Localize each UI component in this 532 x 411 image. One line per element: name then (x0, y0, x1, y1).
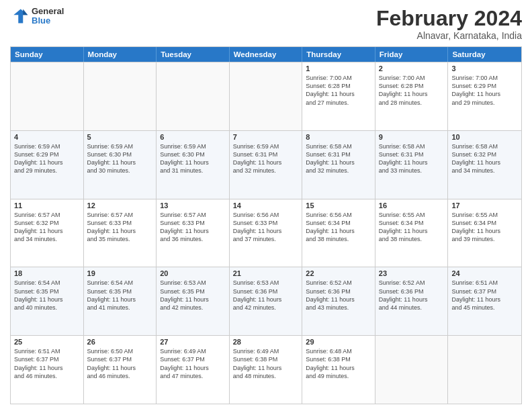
day-number: 21 (233, 269, 299, 277)
day-info: Sunrise: 6:48 AM Sunset: 6:38 PM Dayligh… (306, 347, 371, 380)
day-info: Sunrise: 6:49 AM Sunset: 6:38 PM Dayligh… (233, 347, 299, 380)
day-info: Sunrise: 6:59 AM Sunset: 6:30 PM Dayligh… (87, 142, 153, 175)
weekday-header-wednesday: Wednesday (230, 47, 303, 62)
day-number: 16 (379, 201, 445, 210)
day-info: Sunrise: 7:00 AM Sunset: 6:28 PM Dayligh… (379, 74, 445, 107)
day-info: Sunrise: 6:59 AM Sunset: 6:30 PM Dayligh… (160, 142, 226, 175)
logo-blue-label: Blue (32, 16, 64, 26)
day-cell-15: 15Sunrise: 6:56 AM Sunset: 6:34 PM Dayli… (302, 199, 375, 267)
day-number: 15 (306, 201, 371, 210)
title-area: February 2024 Alnavar, Karnataka, India (376, 7, 522, 41)
day-cell-23: 23Sunrise: 6:52 AM Sunset: 6:36 PM Dayli… (375, 267, 449, 335)
day-cell-empty (375, 336, 449, 404)
day-number: 22 (306, 269, 371, 277)
calendar-page: General Blue February 2024 Alnavar, Karn… (0, 0, 532, 411)
day-number: 20 (160, 269, 226, 277)
weekday-header-monday: Monday (84, 47, 157, 62)
day-info: Sunrise: 6:56 AM Sunset: 6:34 PM Dayligh… (306, 211, 371, 244)
calendar-grid: SundayMondayTuesdayWednesdayThursdayFrid… (10, 46, 522, 404)
day-cell-25: 25Sunrise: 6:51 AM Sunset: 6:37 PM Dayli… (11, 336, 84, 404)
day-number: 1 (306, 64, 371, 73)
day-cell-2: 2Sunrise: 7:00 AM Sunset: 6:28 PM Daylig… (375, 62, 449, 130)
calendar-body: 1Sunrise: 7:00 AM Sunset: 6:28 PM Daylig… (11, 62, 521, 404)
day-cell-26: 26Sunrise: 6:50 AM Sunset: 6:37 PM Dayli… (84, 336, 157, 404)
day-info: Sunrise: 6:52 AM Sunset: 6:36 PM Dayligh… (306, 279, 371, 312)
day-info: Sunrise: 6:53 AM Sunset: 6:35 PM Dayligh… (160, 279, 226, 312)
day-info: Sunrise: 6:51 AM Sunset: 6:37 PM Dayligh… (451, 279, 518, 312)
day-info: Sunrise: 6:56 AM Sunset: 6:33 PM Dayligh… (233, 211, 299, 244)
day-number: 19 (87, 269, 153, 277)
day-cell-3: 3Sunrise: 7:00 AM Sunset: 6:29 PM Daylig… (448, 62, 521, 130)
day-cell-8: 8Sunrise: 6:58 AM Sunset: 6:31 PM Daylig… (302, 131, 375, 199)
day-cell-6: 6Sunrise: 6:59 AM Sunset: 6:30 PM Daylig… (157, 131, 230, 199)
day-cell-14: 14Sunrise: 6:56 AM Sunset: 6:33 PM Dayli… (230, 199, 303, 267)
weekday-header-saturday: Saturday (448, 47, 521, 62)
day-info: Sunrise: 6:59 AM Sunset: 6:31 PM Dayligh… (233, 142, 299, 175)
weekday-header-friday: Friday (375, 47, 449, 62)
day-cell-17: 17Sunrise: 6:55 AM Sunset: 6:34 PM Dayli… (448, 199, 521, 267)
calendar-header: SundayMondayTuesdayWednesdayThursdayFrid… (11, 47, 521, 62)
location-label: Alnavar, Karnataka, India (376, 30, 522, 41)
calendar-row-4: 18Sunrise: 6:54 AM Sunset: 6:35 PM Dayli… (11, 267, 521, 335)
day-cell-20: 20Sunrise: 6:53 AM Sunset: 6:35 PM Dayli… (157, 267, 230, 335)
day-info: Sunrise: 6:50 AM Sunset: 6:37 PM Dayligh… (87, 347, 153, 380)
calendar-row-5: 25Sunrise: 6:51 AM Sunset: 6:37 PM Dayli… (11, 335, 521, 404)
weekday-header-sunday: Sunday (11, 47, 84, 62)
day-number: 8 (306, 133, 371, 141)
day-number: 6 (160, 133, 226, 141)
day-number: 4 (14, 133, 80, 141)
day-number: 2 (379, 64, 445, 73)
day-number: 10 (451, 133, 518, 141)
day-cell-28: 28Sunrise: 6:49 AM Sunset: 6:38 PM Dayli… (230, 336, 303, 404)
day-number: 11 (14, 201, 80, 210)
day-number: 28 (233, 338, 299, 346)
day-cell-13: 13Sunrise: 6:57 AM Sunset: 6:33 PM Dayli… (157, 199, 230, 267)
day-number: 25 (14, 338, 80, 346)
day-number: 23 (379, 269, 445, 277)
day-number: 26 (87, 338, 153, 346)
day-cell-9: 9Sunrise: 6:58 AM Sunset: 6:31 PM Daylig… (375, 131, 449, 199)
weekday-header-tuesday: Tuesday (157, 47, 230, 62)
day-cell-empty (11, 62, 84, 130)
day-cell-27: 27Sunrise: 6:49 AM Sunset: 6:37 PM Dayli… (157, 336, 230, 404)
month-title: February 2024 (376, 7, 522, 30)
svg-marker-1 (23, 9, 28, 15)
day-cell-18: 18Sunrise: 6:54 AM Sunset: 6:35 PM Dayli… (11, 267, 84, 335)
day-info: Sunrise: 6:54 AM Sunset: 6:35 PM Dayligh… (87, 279, 153, 312)
day-info: Sunrise: 6:57 AM Sunset: 6:32 PM Dayligh… (14, 211, 80, 244)
calendar-row-1: 1Sunrise: 7:00 AM Sunset: 6:28 PM Daylig… (11, 62, 521, 130)
day-info: Sunrise: 7:00 AM Sunset: 6:28 PM Dayligh… (306, 74, 371, 107)
day-cell-empty (448, 336, 521, 404)
day-cell-21: 21Sunrise: 6:53 AM Sunset: 6:36 PM Dayli… (230, 267, 303, 335)
day-info: Sunrise: 6:58 AM Sunset: 6:32 PM Dayligh… (451, 142, 518, 175)
day-cell-10: 10Sunrise: 6:58 AM Sunset: 6:32 PM Dayli… (448, 131, 521, 199)
day-number: 14 (233, 201, 299, 210)
logo-icon (10, 7, 29, 26)
day-cell-1: 1Sunrise: 7:00 AM Sunset: 6:28 PM Daylig… (302, 62, 375, 130)
day-info: Sunrise: 7:00 AM Sunset: 6:29 PM Dayligh… (451, 74, 518, 107)
day-info: Sunrise: 6:59 AM Sunset: 6:29 PM Dayligh… (14, 142, 80, 175)
day-info: Sunrise: 6:58 AM Sunset: 6:31 PM Dayligh… (379, 142, 445, 175)
calendar-row-2: 4Sunrise: 6:59 AM Sunset: 6:29 PM Daylig… (11, 130, 521, 199)
day-cell-11: 11Sunrise: 6:57 AM Sunset: 6:32 PM Dayli… (11, 199, 84, 267)
day-number: 29 (306, 338, 371, 346)
day-info: Sunrise: 6:51 AM Sunset: 6:37 PM Dayligh… (14, 347, 80, 380)
day-cell-22: 22Sunrise: 6:52 AM Sunset: 6:36 PM Dayli… (302, 267, 375, 335)
day-cell-16: 16Sunrise: 6:55 AM Sunset: 6:34 PM Dayli… (375, 199, 449, 267)
day-info: Sunrise: 6:55 AM Sunset: 6:34 PM Dayligh… (451, 211, 518, 244)
logo-text: General Blue (32, 7, 64, 26)
day-cell-4: 4Sunrise: 6:59 AM Sunset: 6:29 PM Daylig… (11, 131, 84, 199)
day-cell-12: 12Sunrise: 6:57 AM Sunset: 6:33 PM Dayli… (84, 199, 157, 267)
day-number: 13 (160, 201, 226, 210)
day-info: Sunrise: 6:49 AM Sunset: 6:37 PM Dayligh… (160, 347, 226, 380)
calendar-row-3: 11Sunrise: 6:57 AM Sunset: 6:32 PM Dayli… (11, 199, 521, 267)
day-number: 24 (451, 269, 518, 277)
page-header: General Blue February 2024 Alnavar, Karn… (10, 7, 522, 41)
day-number: 12 (87, 201, 153, 210)
day-number: 5 (87, 133, 153, 141)
day-info: Sunrise: 6:57 AM Sunset: 6:33 PM Dayligh… (87, 211, 153, 244)
weekday-header-thursday: Thursday (302, 47, 375, 62)
day-cell-29: 29Sunrise: 6:48 AM Sunset: 6:38 PM Dayli… (302, 336, 375, 404)
day-cell-19: 19Sunrise: 6:54 AM Sunset: 6:35 PM Dayli… (84, 267, 157, 335)
logo: General Blue (10, 7, 64, 26)
